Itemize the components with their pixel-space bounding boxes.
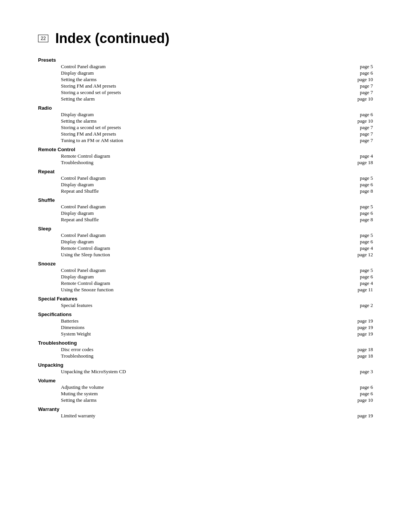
- index-entry: Using the Snooze functionpage 11: [38, 287, 373, 293]
- index-entry: Repeat and Shufflepage 8: [38, 217, 373, 223]
- entry-page: page 18: [357, 353, 373, 359]
- index-entry: Control Panel diagrampage 5: [38, 204, 373, 210]
- entry-page: page 7: [360, 125, 373, 131]
- index-entry: Limited warrantypage 19: [38, 413, 373, 419]
- section-heading: Remote Control: [38, 147, 373, 152]
- entry-page: page 10: [357, 96, 373, 102]
- entry-page: page 19: [357, 331, 373, 337]
- entry-page: page 19: [357, 318, 373, 324]
- index-entry: Storing a second set of presetspage 7: [38, 125, 373, 131]
- entry-page: page 3: [360, 369, 373, 375]
- section-shuffle: ShuffleControl Panel diagrampage 5Displa…: [38, 197, 373, 223]
- index-entry: Setting the alarmpage 10: [38, 96, 373, 102]
- entry-page: page 10: [357, 118, 373, 124]
- entry-label: Limited warranty: [61, 413, 96, 419]
- section-heading: Shuffle: [38, 197, 373, 203]
- index-entry: Adjusting the volumepage 6: [38, 384, 373, 390]
- section-heading: Special Features: [38, 296, 373, 302]
- entry-page: page 5: [360, 267, 373, 273]
- section-heading: Radio: [38, 105, 373, 111]
- entry-label: Repeat and Shuffle: [61, 188, 99, 194]
- entry-label: Storing FM and AM presets: [61, 83, 116, 89]
- section-radio: RadioDisplay diagrampage 6Setting the al…: [38, 105, 373, 144]
- entry-page: page 4: [360, 245, 373, 251]
- section-heading: Sleep: [38, 226, 373, 232]
- entry-label: Display diagram: [61, 274, 94, 280]
- entry-page: page 7: [360, 89, 373, 96]
- entry-page: page 6: [360, 384, 373, 390]
- section-warranty: WarrantyLimited warrantypage 19: [38, 406, 373, 419]
- entry-page: page 19: [357, 324, 373, 331]
- entry-label: Display diagram: [61, 210, 94, 216]
- index-entry: Control Panel diagrampage 5: [38, 175, 373, 181]
- section-volume: VolumeAdjusting the volumepage 6Muting t…: [38, 378, 373, 403]
- index-entry: Display diagrampage 6: [38, 70, 373, 76]
- entry-label: Adjusting the volume: [61, 384, 104, 390]
- entry-page: page 6: [360, 112, 373, 118]
- section-special-features: Special FeaturesSpecial featurespage 2: [38, 296, 373, 308]
- entry-page: page 7: [360, 131, 373, 137]
- section-troubleshooting: TroubleshootingDisc error codespage 18Tr…: [38, 340, 373, 359]
- index-entry: Setting the alarmspage 10: [38, 77, 373, 83]
- entry-label: Unpacking the MicroSystem CD: [61, 369, 126, 375]
- index-entry: Control Panel diagrampage 5: [38, 267, 373, 273]
- section-unpacking: UnpackingUnpacking the MicroSystem CDpag…: [38, 362, 373, 375]
- entry-page: page 8: [360, 217, 373, 223]
- entry-label: Remote Control diagram: [61, 280, 110, 286]
- index-entry: Display diagrampage 6: [38, 182, 373, 188]
- entry-label: Troubleshooting: [61, 353, 93, 359]
- entry-page: page 6: [360, 182, 373, 188]
- section-remote-control: Remote ControlRemote Control diagrampage…: [38, 147, 373, 166]
- index-entry: Display diagrampage 6: [38, 112, 373, 118]
- page-title: Index (continued): [55, 30, 169, 46]
- index-entry: Setting the alarmspage 10: [38, 397, 373, 403]
- section-heading: Warranty: [38, 406, 373, 412]
- entry-label: Remote Control diagram: [61, 245, 110, 251]
- index-entry: Repeat and Shufflepage 8: [38, 188, 373, 194]
- index-entry: Special featurespage 2: [38, 302, 373, 308]
- section-heading: Repeat: [38, 169, 373, 174]
- index-entry: System Weightpage 19: [38, 331, 373, 337]
- index-entry: Batteriespage 19: [38, 318, 373, 324]
- entry-label: Display diagram: [61, 239, 94, 245]
- entry-page: page 6: [360, 239, 373, 245]
- index-entry: Control Panel diagrampage 5: [38, 232, 373, 238]
- entry-page: page 7: [360, 137, 373, 144]
- section-repeat: RepeatControl Panel diagrampage 5Display…: [38, 169, 373, 194]
- index-entry: Disc error codespage 18: [38, 347, 373, 353]
- page-number: 22: [38, 35, 48, 42]
- entry-label: Using the Sleep function: [61, 252, 110, 258]
- entry-page: page 10: [357, 397, 373, 403]
- entry-label: Display diagram: [61, 182, 94, 188]
- index-entry: Muting the systempage 6: [38, 391, 373, 397]
- entry-page: page 5: [360, 204, 373, 210]
- entry-label: Setting the alarm: [61, 96, 95, 102]
- index-entry: Display diagrampage 6: [38, 274, 373, 280]
- index-entry: Remote Control diagrampage 4: [38, 153, 373, 159]
- section-heading: Snooze: [38, 261, 373, 267]
- index-entry: Storing FM and AM presetspage 7: [38, 131, 373, 137]
- entry-page: page 11: [358, 287, 373, 293]
- index-entry: Control Panel diagrampage 5: [38, 64, 373, 70]
- entry-page: page 18: [357, 160, 373, 166]
- section-heading: Volume: [38, 378, 373, 383]
- index-entry: Dimensionspage 19: [38, 324, 373, 331]
- entry-label: Storing FM and AM presets: [61, 131, 116, 137]
- entry-page: page 6: [360, 274, 373, 280]
- index-entry: Troubleshootingpage 18: [38, 160, 373, 166]
- entry-label: Dimensions: [61, 324, 84, 331]
- entry-page: page 7: [360, 83, 373, 89]
- entry-label: Display diagram: [61, 70, 94, 76]
- entry-label: Storing a second set of presets: [61, 125, 121, 131]
- entry-label: Control Panel diagram: [61, 267, 106, 273]
- index-entry: Storing FM and AM presetspage 7: [38, 83, 373, 89]
- index-entry: Using the Sleep functionpage 12: [38, 252, 373, 258]
- entry-page: page 6: [360, 391, 373, 397]
- entry-label: Repeat and Shuffle: [61, 217, 99, 223]
- entry-page: page 4: [360, 280, 373, 286]
- entry-page: page 19: [357, 413, 373, 419]
- section-heading: Unpacking: [38, 362, 373, 368]
- index-entry: Display diagrampage 6: [38, 210, 373, 216]
- entry-label: Display diagram: [61, 112, 94, 118]
- entry-page: page 6: [360, 70, 373, 76]
